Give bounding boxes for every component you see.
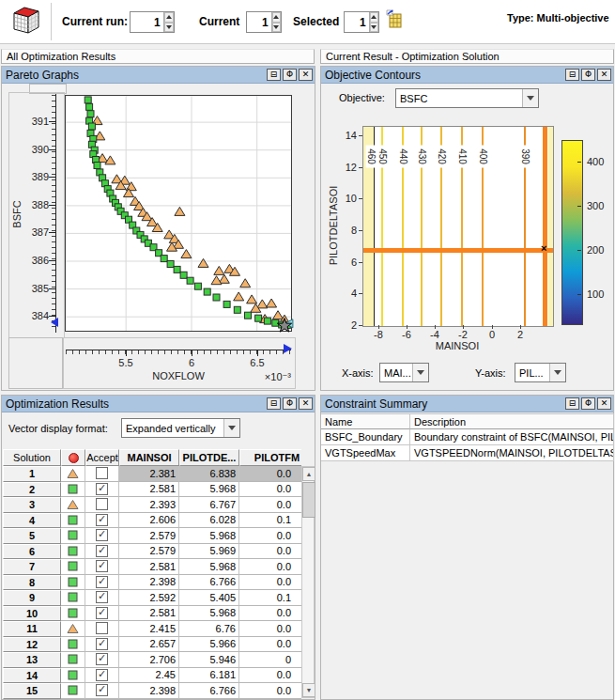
pilotfm-cell[interactable]: 0 — [239, 652, 301, 668]
solution-cell[interactable]: 6 — [3, 544, 61, 560]
pilotfm-cell[interactable]: 0.1 — [239, 513, 301, 529]
accept-checkbox[interactable] — [96, 483, 108, 495]
accept-checkbox[interactable] — [96, 669, 108, 681]
column-header-mainsoi[interactable]: MAINSOI — [119, 449, 179, 466]
yaxis-dropdown[interactable]: PIL... — [515, 363, 566, 382]
mainsoi-cell[interactable]: 2.657 — [119, 637, 179, 653]
close-button[interactable]: ✕ — [597, 397, 611, 410]
split-button[interactable]: ⊟ — [267, 69, 281, 81]
accept-checkbox[interactable] — [96, 684, 108, 696]
mainsoi-cell[interactable]: 2.606 — [119, 513, 179, 529]
split-button[interactable]: ⊟ — [565, 397, 579, 410]
accept-checkbox[interactable] — [96, 514, 108, 526]
pilotde-cell[interactable]: 5.966 — [179, 637, 239, 653]
table-row[interactable]: 62.5795.9690.0 — [3, 544, 301, 560]
table-row[interactable]: 22.5815.9680.0 — [3, 482, 301, 498]
pilotfm-cell[interactable]: 0.0 — [239, 606, 301, 622]
table-row[interactable]: 122.6575.9660.0 — [3, 637, 301, 653]
solution-cell[interactable]: 15 — [3, 683, 61, 699]
mainsoi-cell[interactable]: 2.398 — [119, 575, 179, 591]
column-header-name[interactable]: Name — [321, 413, 410, 429]
pilotde-cell[interactable]: 5.946 — [179, 652, 239, 668]
accept-checkbox[interactable] — [96, 638, 108, 650]
x-axis-pager-arrow-icon[interactable] — [284, 344, 292, 353]
table-row[interactable]: 12.3816.8380.0 — [3, 466, 301, 482]
split-button[interactable]: ⊟ — [565, 69, 579, 81]
objective-dropdown[interactable]: BSFC — [395, 88, 539, 108]
solution-cell[interactable]: 4 — [3, 513, 61, 529]
accept-checkbox[interactable] — [96, 498, 108, 510]
solution-cell[interactable]: 7 — [3, 559, 61, 575]
mainsoi-cell[interactable]: 2.415 — [119, 621, 179, 637]
dock-button[interactable]: Φ — [581, 69, 595, 81]
table-row[interactable]: 52.5795.9680.0 — [3, 528, 301, 544]
close-button[interactable]: ✕ — [299, 397, 313, 410]
solution-cell[interactable]: 13 — [3, 652, 61, 668]
accept-checkbox[interactable] — [96, 560, 108, 572]
column-header-pilotde[interactable]: PILOTDE... — [179, 449, 239, 466]
table-row[interactable]: 72.5815.9680.0 — [3, 559, 301, 575]
close-button[interactable]: ✕ — [597, 69, 611, 81]
mainsoi-cell[interactable]: 2.579 — [119, 528, 179, 544]
mainsoi-cell[interactable]: 2.393 — [119, 497, 179, 513]
dock-button[interactable]: Φ — [283, 397, 297, 410]
solution-cell[interactable]: 11 — [3, 621, 61, 637]
xaxis-dropdown[interactable]: MAI... — [379, 363, 429, 382]
selected-up-button[interactable] — [370, 12, 378, 23]
table-row[interactable]: 82.3986.7660.0 — [3, 575, 301, 591]
mainsoi-cell[interactable]: 2.381 — [119, 466, 179, 482]
mainsoi-cell[interactable]: 2.581 — [119, 482, 179, 498]
solution-cell[interactable]: 8 — [3, 575, 61, 591]
scroll-down-icon[interactable]: ▼ — [302, 683, 315, 697]
pilotde-cell[interactable]: 5.968 — [179, 606, 239, 622]
pilotde-cell[interactable]: 6.76 — [179, 621, 239, 637]
table-row[interactable]: 42.6066.0280.1 — [3, 513, 301, 529]
accept-checkbox[interactable] — [96, 653, 108, 665]
pilotde-cell[interactable]: 5.968 — [179, 528, 239, 544]
dock-button[interactable]: Φ — [581, 397, 595, 410]
solution-cell[interactable]: 2 — [3, 482, 61, 498]
column-header-pareto-indicator[interactable] — [61, 449, 85, 466]
pareto-plot-area[interactable] — [65, 95, 292, 332]
dock-button[interactable]: Φ — [283, 69, 297, 81]
scroll-up-icon[interactable]: ▲ — [302, 467, 315, 481]
pilotde-cell[interactable]: 6.838 — [179, 466, 239, 482]
pilotde-cell[interactable]: 6.766 — [179, 575, 239, 591]
y-axis-pager-arrow-icon[interactable] — [51, 318, 58, 327]
accept-checkbox[interactable] — [96, 576, 108, 588]
table-row[interactable]: 32.3936.7670.0 — [3, 497, 301, 513]
selected-input[interactable] — [345, 12, 369, 32]
table-row[interactable]: 142.456.1810.0 — [3, 668, 301, 684]
pilotfm-cell[interactable]: 0.0 — [239, 683, 301, 699]
constraint-row[interactable]: VGTSpeedMaxVGTSPEEDNorm(MAINSOI, PILOTDE… — [321, 445, 614, 461]
mainsoi-cell[interactable]: 2.581 — [119, 559, 179, 575]
pilotfm-cell[interactable]: 0.0 — [239, 497, 301, 513]
select-solution-table-icon[interactable] — [385, 9, 404, 32]
solution-cell[interactable]: 10 — [3, 606, 61, 622]
mainsoi-cell[interactable]: 2.592 — [119, 590, 179, 606]
table-row[interactable]: 152.3986.7660.0 — [3, 683, 301, 699]
table-row[interactable]: 112.4156.760.0 — [3, 621, 301, 637]
solution-cell[interactable]: 9 — [3, 590, 61, 606]
accept-checkbox[interactable] — [96, 467, 108, 479]
mainsoi-cell[interactable]: 2.579 — [119, 544, 179, 560]
split-button[interactable]: ⊟ — [267, 397, 281, 410]
table-row[interactable]: 92.5925.4050.1 — [3, 590, 301, 606]
mainsoi-cell[interactable]: 2.45 — [119, 668, 179, 684]
column-header-accept[interactable]: Accept — [85, 449, 119, 466]
pilotfm-cell[interactable]: 0.0 — [239, 559, 301, 575]
current-run-down-button[interactable] — [164, 23, 174, 33]
multiobjective-cube-icon[interactable] — [8, 3, 45, 40]
contour-plot-area[interactable]: 460450440430420410400390× — [362, 126, 554, 327]
pilotde-cell[interactable]: 6.766 — [179, 683, 239, 699]
solution-cell[interactable]: 14 — [3, 668, 61, 684]
solution-cell[interactable]: 3 — [3, 497, 61, 513]
pilotfm-cell[interactable]: 0.0 — [239, 466, 301, 482]
pilotfm-cell[interactable]: 0.0 — [239, 575, 301, 591]
pilotfm-cell[interactable]: 0.0 — [239, 544, 301, 560]
vector-format-dropdown[interactable]: Expanded vertically — [121, 418, 240, 438]
mainsoi-cell[interactable]: 2.398 — [119, 683, 179, 699]
pilotde-cell[interactable]: 5.968 — [179, 482, 239, 498]
solution-cell[interactable]: 12 — [3, 637, 61, 653]
pilotfm-cell[interactable]: 0.0 — [239, 637, 301, 653]
